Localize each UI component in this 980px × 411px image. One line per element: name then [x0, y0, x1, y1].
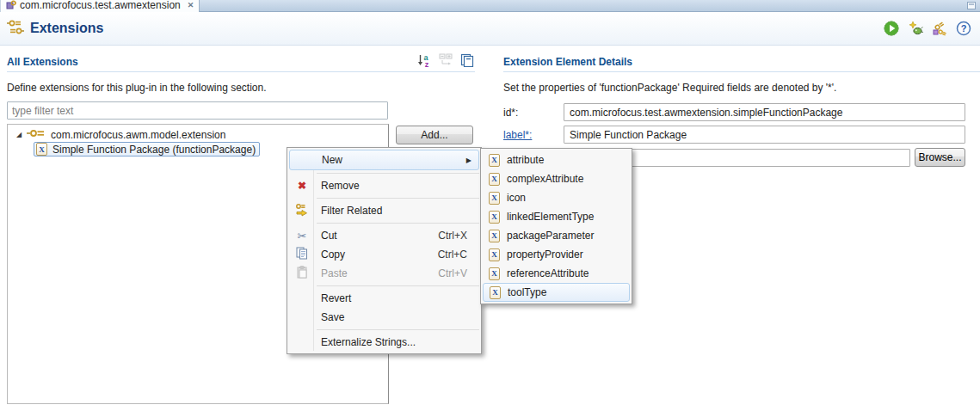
menu-item-save-label: Save: [321, 311, 344, 323]
menu-shortcut: Ctrl+C: [438, 248, 467, 261]
extension-registry-icon[interactable]: [932, 21, 947, 36]
menu-item-externalize-strings[interactable]: Externalize Strings...: [289, 333, 479, 352]
menu-item-revert[interactable]: Revert: [289, 289, 479, 308]
menu-shortcut: Ctrl+X: [438, 230, 467, 242]
tree-row-extension-point[interactable]: ◢ com.microfocus.awm.model.extension: [8, 127, 388, 142]
menu-item-remove-label: Remove: [321, 180, 360, 192]
xml-element-icon: X: [489, 154, 500, 167]
run-icon[interactable]: [884, 21, 899, 36]
submenu-item-linkedelementtype[interactable]: X linkedElementType: [483, 207, 630, 226]
menu-separator: [317, 329, 479, 330]
xml-element-icon: X: [489, 192, 500, 205]
menu-item-copy-label: Copy: [321, 248, 345, 261]
header-toolbar: ?: [884, 21, 971, 36]
submenu-item-tooltype[interactable]: X toolType: [483, 283, 630, 302]
menu-item-paste-label: Paste: [321, 267, 348, 279]
xml-element-icon: X: [489, 267, 500, 280]
xml-element-icon: X: [489, 211, 500, 224]
submenu-item-propertyprovider[interactable]: X propertyProvider: [483, 245, 630, 264]
submenu-item-referenceattribute[interactable]: X referenceAttribute: [483, 264, 630, 283]
add-button[interactable]: Add...: [396, 126, 473, 144]
menu-separator: [317, 198, 479, 199]
xml-element-icon: X: [490, 286, 501, 299]
menu-separator: [317, 285, 479, 286]
extensions-icon: [7, 20, 24, 38]
menu-item-revert-label: Revert: [321, 292, 351, 304]
paste-icon: [293, 266, 311, 281]
remove-icon: ✖: [293, 180, 311, 192]
id-field-row: id*:: [503, 103, 980, 121]
extension-point-label: com.microfocus.awm.model.extension: [51, 129, 225, 141]
submenu-item-label: icon: [507, 192, 526, 204]
menu-item-filter-related[interactable]: Filter Related: [289, 201, 479, 220]
cut-icon: ✂: [293, 230, 311, 242]
id-label: id*:: [503, 107, 564, 119]
menu-separator: [317, 223, 479, 224]
submenu-item-packageparameter[interactable]: X packageParameter: [483, 226, 630, 245]
menu-item-filter-related-label: Filter Related: [321, 205, 382, 217]
submenu-item-label: propertyProvider: [507, 248, 583, 261]
submenu-item-label: referenceAttribute: [507, 267, 589, 279]
plugin-spy-icon[interactable]: [908, 21, 923, 36]
menu-item-copy[interactable]: Copy Ctrl+C: [289, 245, 479, 264]
help-question-glyph: ?: [961, 23, 967, 34]
menu-item-paste: Paste Ctrl+V: [289, 264, 479, 283]
menu-item-externalize-label: Externalize Strings...: [321, 336, 416, 348]
menu-item-cut[interactable]: ✂ Cut Ctrl+X: [289, 226, 479, 245]
submenu-item-icon[interactable]: X icon: [483, 188, 630, 207]
editor-tab[interactable]: com.microfocus.test.awmextension ✕: [0, 0, 200, 12]
collapse-all-icon[interactable]: [459, 52, 475, 68]
extension-point-icon: [27, 128, 46, 141]
editor-tab-strip: com.microfocus.test.awmextension ✕: [0, 0, 980, 12]
all-extensions-header: All Extensions a z: [7, 53, 475, 72]
selected-tree-item[interactable]: X Simple Function Package (functionPacka…: [34, 142, 260, 156]
element-details-title: Extension Element Details: [503, 56, 632, 68]
plugin-file-icon: [6, 0, 16, 12]
help-icon[interactable]: ?: [956, 21, 971, 36]
browse-button[interactable]: Browse...: [915, 148, 965, 167]
menu-shortcut: Ctrl+V: [438, 267, 467, 279]
sort-alphabetically-icon[interactable]: a z: [416, 52, 432, 68]
page-title: Extensions: [30, 21, 103, 36]
submenu-item-attribute[interactable]: X attribute: [483, 150, 630, 169]
xml-element-icon: X: [489, 230, 500, 242]
menu-item-new[interactable]: New ▶: [289, 150, 479, 170]
label-input[interactable]: [564, 126, 965, 144]
element-details-description: Set the properties of 'functionPackage' …: [503, 82, 980, 94]
menu-separator: [317, 173, 479, 174]
restore-icon[interactable]: [967, 2, 976, 9]
new-submenu: X attribute X complexAttribute X icon X …: [480, 148, 632, 304]
label-field-row: label*:: [503, 126, 980, 144]
tree-expanded-icon[interactable]: ◢: [16, 132, 25, 138]
all-extensions-title: All Extensions: [7, 56, 78, 68]
menu-item-new-label: New: [322, 154, 342, 166]
menu-item-save[interactable]: Save: [289, 308, 479, 327]
tab-strip-filler: [200, 0, 980, 11]
submenu-item-label: toolType: [508, 286, 546, 298]
xml-element-icon: X: [489, 248, 500, 261]
form-header: Extensions: [0, 12, 980, 46]
filter-related-icon: [293, 203, 311, 219]
all-extensions-description: Define extensions for this plug-in in th…: [7, 82, 475, 94]
submenu-item-label: packageParameter: [507, 230, 594, 242]
context-menu: New ▶ ✖ Remove Filter Related ✂ Cut Ctrl…: [287, 147, 482, 354]
copy-icon: [293, 247, 311, 262]
filter-input[interactable]: [7, 101, 388, 120]
function-package-label: Simple Function Package (functionPackage…: [52, 144, 256, 156]
expand-all-icon[interactable]: [438, 52, 453, 68]
label-link[interactable]: label*:: [503, 129, 564, 141]
submenu-arrow-icon: ▶: [466, 156, 472, 164]
tab-title: com.microfocus.test.awmextension: [20, 0, 181, 11]
id-input[interactable]: [564, 103, 965, 121]
tab-close-icon[interactable]: ✕: [188, 1, 194, 9]
submenu-item-label: attribute: [507, 154, 544, 166]
submenu-item-complexattribute[interactable]: X complexAttribute: [483, 169, 630, 188]
xml-element-icon: X: [36, 143, 47, 156]
submenu-item-label: complexAttribute: [507, 173, 583, 185]
element-details-header: Extension Element Details: [503, 53, 980, 72]
sort-z-glyph: z: [425, 60, 429, 68]
submenu-item-label: linkedElementType: [507, 211, 594, 223]
menu-item-remove[interactable]: ✖ Remove: [289, 176, 479, 195]
xml-element-icon: X: [489, 173, 500, 186]
menu-item-cut-label: Cut: [321, 230, 337, 242]
